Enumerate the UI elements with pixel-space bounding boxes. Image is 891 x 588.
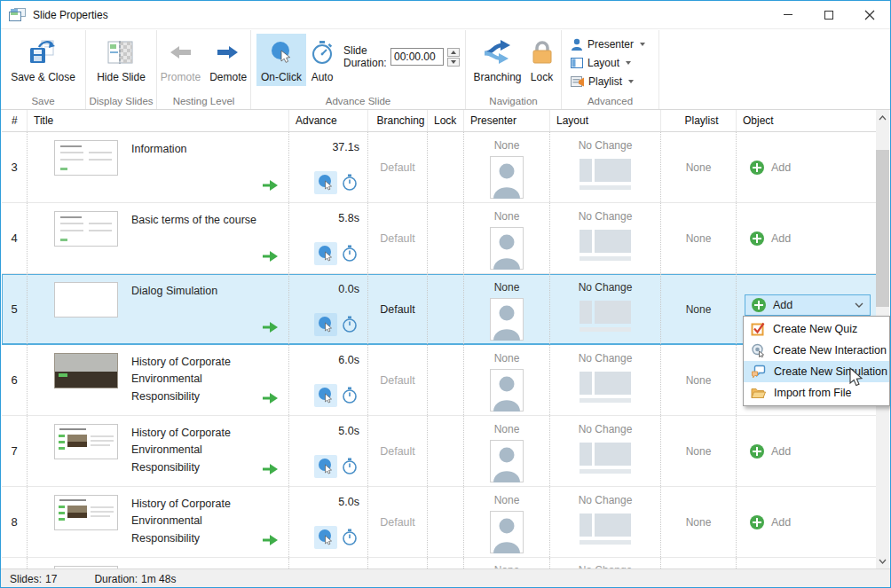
lock-button[interactable]: Lock [526, 34, 558, 86]
branching-cell[interactable]: Default [367, 132, 427, 202]
playlist-cell[interactable]: None [660, 274, 736, 344]
branching-cell[interactable]: Default [367, 274, 427, 344]
title-cell[interactable]: Dialog Simulation [27, 274, 288, 344]
column-header-presenter[interactable]: Presenter [463, 110, 549, 131]
playlist-cell[interactable]: None [660, 416, 736, 486]
timer-toggle[interactable] [342, 316, 358, 333]
scroll-down-button[interactable] [876, 553, 889, 568]
layout-cell[interactable]: No Change [549, 487, 660, 557]
table-row[interactable]: 4 Basic terms of the course 5.8s Default… [2, 203, 877, 274]
timer-toggle[interactable] [342, 529, 358, 546]
title-cell[interactable]: History of Corporate Environmental Respo… [27, 416, 288, 486]
layout-cell[interactable]: No Change [549, 203, 660, 273]
layout-preview-icon[interactable] [580, 230, 631, 263]
timer-toggle[interactable] [342, 458, 358, 475]
lock-cell[interactable] [427, 416, 463, 486]
add-object-label[interactable]: Add [771, 161, 791, 174]
add-object-label[interactable]: Add [771, 516, 791, 529]
add-object-label[interactable]: Add [771, 445, 791, 458]
close-button[interactable] [849, 1, 890, 28]
advance-cell[interactable]: 5.8s [288, 203, 367, 273]
column-header-layout[interactable]: Layout [549, 110, 660, 131]
save-close-button[interactable]: Save & Close [6, 34, 80, 86]
title-cell[interactable]: Information [27, 132, 288, 202]
object-cell[interactable]: Add [736, 132, 877, 202]
presenter-cell[interactable]: None [463, 416, 549, 486]
presenter-cell[interactable]: None [463, 487, 549, 557]
slide-duration-input[interactable] [390, 48, 444, 66]
branching-button[interactable]: Branching [469, 34, 525, 86]
layout-cell[interactable]: No Change [549, 132, 660, 202]
auto-button[interactable]: Auto [306, 34, 338, 86]
lock-cell[interactable] [427, 203, 463, 273]
advance-cell[interactable]: 37.1s [288, 132, 367, 202]
add-dropdown-button[interactable]: Add [745, 294, 871, 316]
add-object-label[interactable]: Add [771, 232, 791, 245]
hide-slide-button[interactable]: Hide Slide [92, 34, 150, 86]
on-click-toggle[interactable] [314, 242, 337, 265]
title-cell[interactable]: History of Corporate Environmental Respo… [27, 345, 288, 415]
presenter-avatar-icon[interactable] [490, 511, 524, 553]
playlist-cell[interactable]: None [660, 132, 736, 202]
branching-cell[interactable]: Default [367, 203, 427, 273]
object-cell[interactable]: Add [736, 487, 877, 557]
playlist-cell[interactable]: None [660, 203, 736, 273]
title-cell[interactable]: Basic terms of the course [27, 203, 288, 273]
object-cell[interactable]: Add [736, 203, 877, 273]
column-header-title[interactable]: Title [27, 110, 288, 131]
column-header-branching[interactable]: Branching [367, 110, 427, 131]
branching-cell[interactable]: Default [367, 416, 427, 486]
layout-button[interactable]: Layout [567, 54, 649, 71]
title-cell[interactable]: History of Corporate Environmental Respo… [27, 487, 288, 557]
menu-item-create-new-simulation[interactable]: Create New Simulation [744, 361, 889, 382]
presenter-avatar-icon[interactable] [490, 227, 524, 270]
presenter-cell[interactable]: None [463, 203, 549, 273]
layout-cell[interactable]: No Change [549, 416, 660, 486]
maximize-button[interactable] [808, 1, 849, 28]
column-header-object[interactable]: Object [736, 110, 877, 131]
playlist-button[interactable]: Playlist [567, 73, 649, 90]
presenter-cell[interactable]: None [463, 345, 549, 415]
table-row[interactable]: 7 History of Corporate Environmental Res… [2, 416, 877, 487]
presenter-button[interactable]: Presenter [567, 35, 649, 52]
advance-cell[interactable]: 5.0s [288, 416, 367, 486]
timer-toggle[interactable] [342, 245, 358, 263]
menu-item-create-new-interaction[interactable]: Create New Interaction [744, 340, 889, 361]
menu-item-create-new-quiz[interactable]: Create New Quiz [744, 318, 889, 340]
layout-preview-icon[interactable] [580, 514, 631, 547]
presenter-avatar-icon[interactable] [490, 298, 524, 341]
presenter-cell[interactable]: None [463, 274, 549, 344]
table-row-partial[interactable]: None No Change [2, 558, 877, 568]
object-cell[interactable]: Add [736, 416, 877, 486]
playlist-cell[interactable]: None [660, 345, 736, 415]
minimize-button[interactable] [768, 1, 808, 28]
duration-spin-down[interactable] [447, 58, 460, 67]
on-click-toggle[interactable] [314, 384, 337, 407]
scrollbar-thumb[interactable] [876, 150, 889, 307]
layout-preview-icon[interactable] [580, 159, 631, 192]
layout-preview-icon[interactable] [580, 301, 631, 334]
presenter-avatar-icon[interactable] [490, 440, 524, 482]
column-header-advance[interactable]: Advance [288, 110, 367, 131]
on-click-toggle[interactable] [314, 455, 337, 478]
playlist-cell[interactable]: None [660, 487, 736, 557]
lock-cell[interactable] [427, 487, 463, 557]
on-click-toggle[interactable] [314, 171, 337, 194]
advance-cell[interactable]: 6.0s [288, 345, 367, 415]
on-click-toggle[interactable] [314, 526, 337, 549]
presenter-avatar-icon[interactable] [490, 369, 524, 412]
layout-cell[interactable]: No Change [549, 345, 660, 415]
column-header-num[interactable]: # [2, 110, 27, 131]
lock-cell[interactable] [427, 274, 463, 344]
layout-preview-icon[interactable] [580, 443, 631, 476]
branching-cell[interactable]: Default [367, 487, 427, 557]
layout-preview-icon[interactable] [580, 372, 631, 405]
lock-cell[interactable] [427, 132, 463, 202]
lock-cell[interactable] [427, 345, 463, 415]
presenter-cell[interactable]: None [463, 132, 549, 202]
on-click-toggle[interactable] [314, 313, 337, 336]
table-row[interactable]: 8 History of Corporate Environmental Res… [2, 487, 877, 558]
menu-item-import-from-file[interactable]: Import from File [744, 382, 889, 404]
column-header-playlist[interactable]: Playlist [660, 110, 736, 131]
advance-cell[interactable]: 0.0s [288, 274, 367, 344]
